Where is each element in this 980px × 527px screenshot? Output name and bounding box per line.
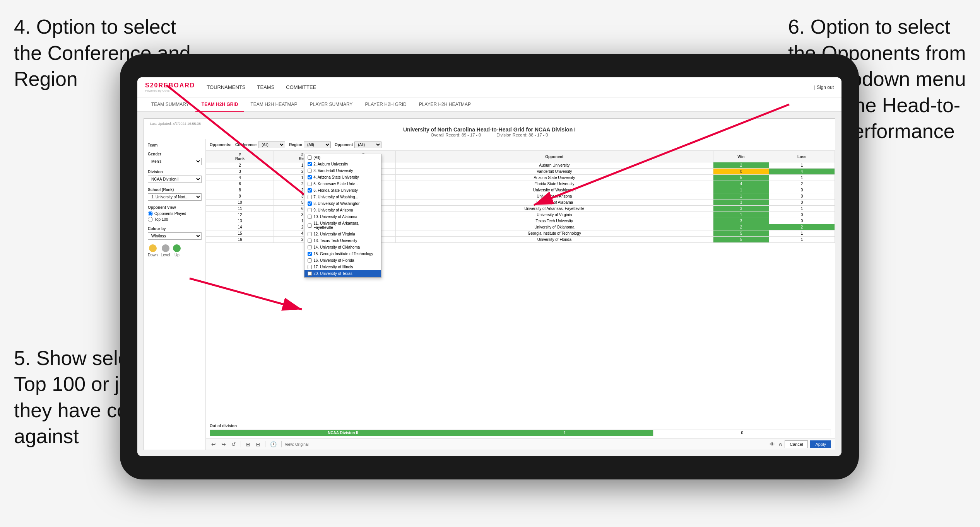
th-rank: #Rank bbox=[206, 151, 274, 162]
gender-select[interactable]: Men's bbox=[148, 158, 202, 165]
clock-button[interactable]: 🕐 bbox=[269, 440, 278, 448]
conference-label: Conference bbox=[235, 143, 257, 147]
division-record: Division Record: 88 - 17 - 0 bbox=[496, 133, 548, 137]
dropdown-item-15[interactable]: 15. Georgia Institute of Technology bbox=[304, 251, 381, 257]
redo-button[interactable]: ↪ bbox=[220, 440, 227, 448]
dropdown-item-7[interactable]: 7. University of Washing... bbox=[304, 194, 381, 200]
dropdown-item-6[interactable]: 6. Florida State University bbox=[304, 187, 381, 194]
division-select[interactable]: NCAA Division I bbox=[148, 176, 202, 183]
table-row: 62 Florida State University 42 bbox=[206, 181, 835, 187]
dropdown-item-21[interactable]: 21. University of New Mexico bbox=[304, 277, 381, 278]
th-loss: Loss bbox=[769, 151, 835, 162]
panel-body: Team Gender Men's Division NCAA Division… bbox=[144, 139, 835, 450]
panel-records: Overall Record: 89 - 17 - 0 Division Rec… bbox=[150, 133, 829, 137]
tab-player-h2h-heatmap[interactable]: PLAYER H2H HEATMAP bbox=[413, 97, 477, 112]
table-row: 93 University of Arizona 10 bbox=[206, 193, 835, 200]
nav-committee[interactable]: COMMITTEE bbox=[286, 82, 316, 92]
legend-down-label: Down bbox=[148, 253, 158, 257]
toolbar-separator3 bbox=[281, 441, 282, 447]
opponent-view-label: Opponent View bbox=[148, 205, 202, 210]
dropdown-item-5[interactable]: 5. Kennesaw State Univ... bbox=[304, 181, 381, 187]
eye-icon: 👁 bbox=[768, 440, 776, 448]
dropdown-item-11[interactable]: 11. University of Arkansas, Fayetteville bbox=[304, 220, 381, 231]
table-row: 32 Vanderbilt University 04 bbox=[206, 169, 835, 175]
dropdown-item-3[interactable]: 3. Vanderbilt University bbox=[304, 167, 381, 174]
cancel-button[interactable]: Cancel bbox=[785, 440, 808, 448]
overall-record: Overall Record: 89 - 17 - 0 bbox=[431, 133, 481, 137]
dropdown-item-12[interactable]: 12. University of Virginia bbox=[304, 231, 381, 237]
table-area: Opponents: Conference (All) Region bbox=[206, 139, 835, 450]
dropdown-item-14[interactable]: 14. University of Oklahoma bbox=[304, 244, 381, 251]
dropdown-item-16[interactable]: 16. University of Florida bbox=[304, 257, 381, 264]
data-table: #Rank #Reg #Conf Opponent Win Loss bbox=[206, 151, 835, 243]
region-filter: Region (All) bbox=[289, 142, 331, 148]
tablet: S20REBOARD Powered by Optic TOURNAMENTS … bbox=[120, 54, 859, 479]
nav-tournaments[interactable]: TOURNAMENTS bbox=[207, 82, 245, 92]
tab-player-summary[interactable]: PLAYER SUMMARY bbox=[304, 97, 359, 112]
region-select[interactable]: (All) bbox=[304, 142, 331, 148]
legend-down-dot bbox=[149, 244, 157, 252]
panel-header: Last Updated: 4/7/2024 16:55:38 Universi… bbox=[144, 119, 835, 139]
content-area: Last Updated: 4/7/2024 16:55:38 Universi… bbox=[137, 112, 841, 456]
school-select[interactable]: 1. University of Nort... bbox=[148, 193, 202, 201]
region-label: Region bbox=[289, 143, 302, 147]
table-row: 142 University of Oklahoma 22 bbox=[206, 224, 835, 230]
conference-select[interactable]: (All) bbox=[258, 142, 285, 148]
paste-button[interactable]: ⊟ bbox=[254, 440, 262, 448]
tab-team-summary[interactable]: TEAM SUMMARY bbox=[145, 97, 195, 112]
radio-opponents-played[interactable]: Opponents Played bbox=[148, 211, 202, 216]
dropdown-item-17[interactable]: 17. University of Illinois bbox=[304, 264, 381, 270]
toolbar-separator2 bbox=[265, 441, 265, 447]
colour-label: Colour by bbox=[148, 227, 202, 231]
nav-sign-out[interactable]: | Sign out bbox=[814, 85, 834, 90]
copy-button[interactable]: ⊞ bbox=[244, 440, 252, 448]
nav-teams[interactable]: TEAMS bbox=[257, 82, 275, 92]
table-row: 116 University of Arkansas, Fayetteville… bbox=[206, 206, 835, 212]
main-panel: Last Updated: 4/7/2024 16:55:38 Universi… bbox=[144, 118, 835, 450]
table-row: 105 University of Alabama 30 bbox=[206, 200, 835, 206]
school-section: School (Rank) 1. University of Nort... bbox=[148, 188, 202, 201]
table-row: 211 Auburn University 21 bbox=[206, 162, 835, 169]
undo-button[interactable]: ↩ bbox=[210, 440, 217, 448]
dropdown-item-2[interactable]: 2. Auburn University bbox=[304, 161, 381, 167]
dropdown-item-8[interactable]: 8. University of Washington bbox=[304, 200, 381, 207]
opponent-dropdown[interactable]: (All) 2. Auburn University 3. Vanderbilt… bbox=[304, 154, 381, 278]
tab-team-h2h-heatmap[interactable]: TEAM H2H HEATMAP bbox=[244, 97, 303, 112]
apply-button[interactable]: Apply bbox=[810, 440, 831, 448]
dropdown-item-10[interactable]: 10. University of Alabama bbox=[304, 213, 381, 220]
team-label: Team bbox=[148, 143, 202, 147]
table-row: 123 University of Virginia 10 bbox=[206, 212, 835, 218]
dropdown-item-13[interactable]: 13. Texas Tech University bbox=[304, 237, 381, 244]
dropdown-item-9[interactable]: 9. University of Arizona bbox=[304, 207, 381, 213]
th-win: Win bbox=[713, 151, 769, 162]
dropdown-item-4[interactable]: 4. Arizona State University bbox=[304, 174, 381, 181]
division-label: Division bbox=[148, 170, 202, 174]
tab-team-h2h-grid[interactable]: TEAM H2H GRID bbox=[195, 97, 245, 112]
legend-up-dot bbox=[173, 244, 181, 252]
th-opponent: Opponent bbox=[395, 151, 713, 162]
gender-section: Gender Men's bbox=[148, 152, 202, 165]
opponents-label: Opponents: bbox=[210, 143, 231, 147]
table-row: 82 University of Washington 10 bbox=[206, 187, 835, 193]
dropdown-item-all[interactable]: (All) bbox=[304, 154, 381, 161]
opponent-select[interactable]: (All) bbox=[354, 142, 381, 148]
legend-up-label: Up bbox=[174, 253, 180, 257]
nav-items: TOURNAMENTS TEAMS COMMITTEE bbox=[207, 82, 814, 92]
legend-level-label: Level bbox=[161, 253, 170, 257]
refresh-button[interactable]: ↺ bbox=[230, 440, 238, 448]
tab-player-h2h-grid[interactable]: PLAYER H2H GRID bbox=[359, 97, 413, 112]
panel-title: University of North Carolina Head-to-Hea… bbox=[150, 126, 829, 133]
filter-row: Opponents: Conference (All) Region bbox=[206, 139, 835, 151]
out-div-row: NCAA Division II 1 0 bbox=[210, 430, 831, 436]
opponent-view-section: Opponent View Opponents Played Top 100 bbox=[148, 205, 202, 222]
table-row: 162 University of Florida 51 bbox=[206, 237, 835, 243]
legend: Down Level Up bbox=[148, 244, 202, 257]
dropdown-item-20[interactable]: 20. University of Texas bbox=[304, 270, 381, 277]
out-div-table: NCAA Division II 1 0 bbox=[210, 430, 831, 436]
colour-select[interactable]: Win/loss bbox=[148, 232, 202, 240]
opponents-filter: Opponents: bbox=[210, 143, 231, 147]
out-of-division: Out of division NCAA Division II 1 0 bbox=[206, 421, 835, 438]
legend-level-dot bbox=[162, 244, 169, 252]
radio-top100[interactable]: Top 100 bbox=[148, 217, 202, 222]
division-section: Division NCAA Division I bbox=[148, 170, 202, 183]
